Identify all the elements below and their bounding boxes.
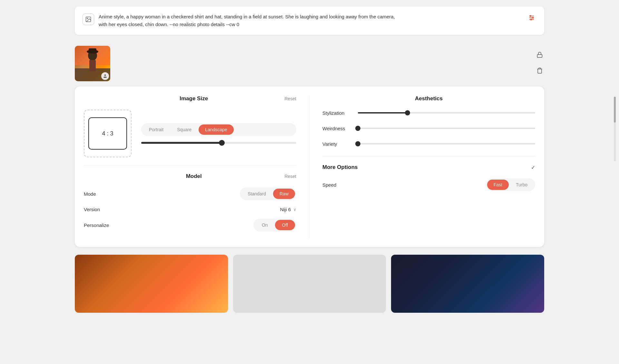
thumb-image	[75, 46, 110, 81]
sliders-icon	[528, 14, 535, 21]
aspect-ratio-preview: 4 : 3	[84, 110, 132, 157]
prompt-left: Anime style, a happy woman in a checkere…	[83, 13, 527, 28]
image-size-header: Image Size Reset	[84, 95, 296, 102]
more-options-chevron-icon: ✓	[531, 164, 535, 171]
image-size-title: Image Size	[103, 95, 284, 102]
image-size-reset-button[interactable]: Reset	[284, 96, 296, 101]
lock-button[interactable]	[535, 50, 544, 61]
aesthetics-header: Aesthetics	[322, 95, 535, 102]
fast-speed-button[interactable]: Fast	[487, 180, 509, 190]
prompt-line2: with her eyes closed, chin down. --no re…	[99, 21, 395, 28]
weirdness-track	[358, 128, 535, 129]
aspect-ratio-label: 4 : 3	[102, 130, 113, 137]
personalize-off-button[interactable]: Off	[275, 220, 295, 230]
panel-left: Image Size Reset 4 : 3 Portrait Square L…	[84, 95, 310, 238]
version-row: Version Niji 6 ∨	[84, 207, 296, 212]
stylization-fill	[358, 112, 408, 113]
weirdness-slider[interactable]	[358, 125, 535, 132]
image-size-content: 4 : 3 Portrait Square Landscape	[84, 110, 296, 157]
settings-panel: Image Size Reset 4 : 3 Portrait Square L…	[75, 86, 544, 247]
thumbnail-row	[75, 43, 544, 86]
svg-point-6	[532, 17, 534, 18]
stylization-track	[358, 112, 535, 113]
stylization-row: Stylization	[322, 110, 535, 116]
bottom-thumb-1[interactable]	[75, 255, 228, 313]
svg-rect-16	[537, 54, 542, 57]
person-overlay-icon	[101, 72, 109, 80]
svg-rect-12	[89, 60, 96, 71]
portrait-button[interactable]: Portrait	[142, 124, 170, 135]
model-reset-button[interactable]: Reset	[284, 174, 296, 179]
right-divider	[322, 156, 535, 156]
prompt-card: Anime style, a happy woman in a checkere…	[75, 6, 544, 35]
model-title: Model	[103, 173, 284, 180]
weirdness-label: Weirdness	[322, 126, 358, 131]
aesthetics-title: Aesthetics	[322, 95, 535, 102]
raw-mode-button[interactable]: Raw	[273, 189, 295, 199]
mode-row: Mode Standard Raw	[84, 187, 296, 200]
version-value: Niji 6	[280, 207, 291, 212]
size-controls: Portrait Square Landscape	[141, 123, 296, 144]
prompt-line1: Anime style, a happy woman in a checkere…	[99, 13, 395, 21]
personalize-row: Personalize On Off	[84, 219, 296, 231]
speed-toggle-group: Fast Turbo	[486, 178, 535, 191]
variety-slider[interactable]	[358, 141, 535, 147]
mode-toggle-group: Standard Raw	[240, 187, 296, 200]
aspect-inner-box: 4 : 3	[88, 117, 127, 150]
square-button[interactable]: Square	[171, 124, 198, 135]
personalize-toggle-group: On Off	[253, 219, 296, 231]
stylization-slider[interactable]	[358, 110, 535, 116]
version-select[interactable]: Niji 6 ∨	[280, 207, 296, 212]
standard-mode-button[interactable]: Standard	[241, 189, 272, 199]
variety-thumb[interactable]	[355, 141, 360, 146]
personalize-label: Personalize	[84, 222, 109, 228]
svg-point-15	[104, 74, 106, 76]
weirdness-row: Weirdness	[322, 125, 535, 132]
mode-label: Mode	[84, 191, 96, 197]
trash-icon	[536, 67, 543, 74]
thumbnail-action-icons	[535, 50, 544, 77]
scrollbar-thumb	[614, 97, 616, 123]
stylization-label: Stylization	[322, 110, 358, 116]
svg-point-5	[530, 15, 531, 17]
version-label: Version	[84, 207, 100, 212]
scrollbar	[614, 97, 616, 161]
reference-thumbnail[interactable]	[75, 46, 110, 81]
lock-icon	[536, 52, 543, 58]
settings-button[interactable]	[527, 13, 536, 24]
bottom-thumb-2	[233, 255, 386, 313]
svg-point-7	[530, 19, 532, 20]
model-header: Model Reset	[84, 173, 296, 180]
bottom-thumb-3[interactable]	[391, 255, 544, 313]
size-slider-thumb[interactable]	[219, 140, 225, 146]
size-slider-track[interactable]	[141, 142, 296, 144]
size-slider-fill	[141, 142, 222, 144]
svg-rect-14	[89, 48, 96, 52]
variety-label: Variety	[322, 141, 358, 147]
version-chevron-icon: ∨	[293, 207, 296, 212]
variety-row: Variety	[322, 141, 535, 147]
weirdness-thumb[interactable]	[355, 126, 360, 131]
delete-button[interactable]	[535, 66, 544, 77]
more-options-title: More Options	[322, 164, 358, 171]
left-divider	[84, 165, 296, 165]
personalize-on-button[interactable]: On	[255, 220, 275, 230]
more-options-header[interactable]: More Options ✓	[322, 164, 535, 171]
landscape-button[interactable]: Landscape	[199, 124, 234, 135]
image-icon-box	[83, 14, 94, 25]
speed-label: Speed	[322, 182, 336, 188]
image-icon	[85, 16, 92, 23]
stylization-thumb[interactable]	[405, 110, 410, 115]
bottom-thumbnails	[75, 255, 544, 313]
speed-row: Speed Fast Turbo	[322, 178, 535, 191]
turbo-speed-button[interactable]: Turbo	[509, 180, 534, 190]
variety-track	[358, 143, 535, 144]
panel-right: Aesthetics Stylization Weirdness	[310, 95, 535, 238]
svg-point-1	[87, 18, 88, 19]
person-icon	[103, 74, 107, 78]
orientation-toggle-group: Portrait Square Landscape	[141, 123, 296, 136]
prompt-text-container: Anime style, a happy woman in a checkere…	[99, 13, 395, 28]
